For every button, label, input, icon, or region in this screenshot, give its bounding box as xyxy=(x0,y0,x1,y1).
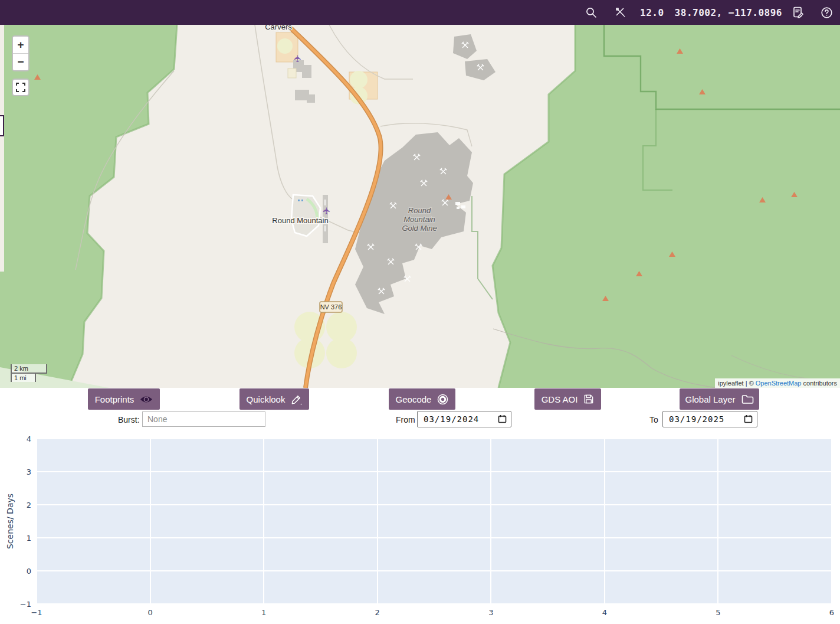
coordinates-readout: 38.7002, −117.0896 xyxy=(675,7,782,18)
chart-plot-area[interactable]: −10123456−101234 xyxy=(37,439,832,604)
burst-label: Burst: xyxy=(118,415,140,424)
gridline-x xyxy=(717,439,718,604)
gridline-x xyxy=(36,439,37,604)
y-tick-label: 0 xyxy=(27,567,31,576)
map-zoom-control: + − xyxy=(12,35,29,71)
fullscreen-icon xyxy=(16,83,25,92)
from-date-input[interactable] xyxy=(417,411,511,427)
zoom-out-button[interactable]: − xyxy=(13,54,28,70)
zoom-in-button[interactable]: + xyxy=(13,37,28,53)
gridline-y xyxy=(37,504,832,505)
map[interactable]: ✈ ✈ NV 376 Carvers Round Mountain Round … xyxy=(0,25,840,388)
footprints-button[interactable]: Footprints xyxy=(88,388,160,410)
target-circle-icon xyxy=(437,394,448,405)
y-tick-label: 4 xyxy=(27,434,31,443)
gridline-y xyxy=(37,537,832,538)
save-icon xyxy=(583,394,594,404)
quicklook-button[interactable]: Quicklook xyxy=(239,388,309,410)
from-label: From xyxy=(396,415,415,424)
gridline-y xyxy=(37,570,832,571)
chart-y-axis-title: Scenes/ Days xyxy=(5,494,15,549)
gds-aoi-label: GDS AOI xyxy=(542,394,578,404)
x-tick-label: 6 xyxy=(829,608,834,617)
town-label: Round Mountain xyxy=(272,216,328,225)
gridline-y xyxy=(37,471,832,472)
map-attribution: ipyleaflet | © OpenStreetMap contributor… xyxy=(715,378,840,388)
osm-link[interactable]: OpenStreetMap xyxy=(756,380,802,387)
quicklook-label: Quicklook xyxy=(247,394,286,404)
y-tick-label: 1 xyxy=(27,534,31,543)
zoom-level-readout: 12.0 xyxy=(640,7,664,18)
svg-text:Gold Mine: Gold Mine xyxy=(402,224,437,233)
geocode-label: Geocode xyxy=(396,394,432,404)
burst-input[interactable] xyxy=(142,411,265,427)
gridline-x xyxy=(377,439,378,604)
notes-icon[interactable] xyxy=(792,6,805,19)
to-label: To xyxy=(649,415,658,424)
road-shield: NV 376 xyxy=(320,302,342,312)
gridline-x xyxy=(490,439,491,604)
svg-text:NV 376: NV 376 xyxy=(320,303,342,311)
svg-text:Mountain: Mountain xyxy=(403,215,435,224)
global-layer-label: Global Layer xyxy=(685,394,735,404)
to-date-field xyxy=(662,411,757,427)
fullscreen-button[interactable] xyxy=(12,79,29,96)
y-tick-label: 2 xyxy=(27,501,31,509)
geocode-button[interactable]: Geocode xyxy=(389,388,455,410)
gridline-x xyxy=(831,439,832,604)
x-tick-label: 3 xyxy=(488,608,493,617)
from-date-field xyxy=(417,411,511,427)
x-tick-label: 4 xyxy=(602,608,607,617)
y-tick-label: 3 xyxy=(27,468,31,476)
y-tick-label: −1 xyxy=(20,600,31,609)
measure-icon[interactable] xyxy=(614,6,627,19)
app-window: 12.0 38.7002, −117.0896 xyxy=(0,0,840,624)
x-tick-label: 2 xyxy=(375,608,380,617)
pencil-icon xyxy=(291,394,302,405)
airport-icon: ✈ xyxy=(293,54,303,62)
map-scale-control: 2 km 1 mi xyxy=(11,364,47,382)
search-icon[interactable] xyxy=(585,6,598,19)
scale-mi: 1 mi xyxy=(11,373,36,382)
gridline-y xyxy=(37,438,832,439)
footprints-label: Footprints xyxy=(95,394,134,404)
map-tiles: ✈ ✈ NV 376 Carvers Round Mountain Round … xyxy=(0,25,840,388)
help-icon[interactable] xyxy=(820,6,833,19)
gridline-x xyxy=(604,439,605,604)
x-tick-label: 0 xyxy=(147,608,152,617)
eye-icon xyxy=(140,395,153,404)
x-tick-label: 1 xyxy=(261,608,266,617)
gridline-x xyxy=(263,439,264,604)
svg-text:Round: Round xyxy=(408,206,431,215)
gridline-y xyxy=(37,603,832,605)
top-toolbar: 12.0 38.7002, −117.0896 xyxy=(0,0,840,25)
edge-partial-control[interactable] xyxy=(0,115,4,136)
x-tick-label: −1 xyxy=(31,608,42,617)
carvers-label: Carvers xyxy=(265,25,292,31)
attribution-prefix: ipyleaflet | © xyxy=(718,380,756,387)
x-tick-label: 5 xyxy=(716,608,720,617)
timeseries-chart: Scenes/ Days −10123456−101234 xyxy=(0,431,840,624)
airport-icon: ✈ xyxy=(321,207,332,214)
folder-icon xyxy=(741,394,754,404)
gds-aoi-button[interactable]: GDS AOI xyxy=(534,388,601,410)
global-layer-button[interactable]: Global Layer xyxy=(680,388,759,410)
attribution-suffix: contributors xyxy=(801,380,837,387)
to-date-input[interactable] xyxy=(662,411,757,427)
gridline-x xyxy=(150,439,151,604)
